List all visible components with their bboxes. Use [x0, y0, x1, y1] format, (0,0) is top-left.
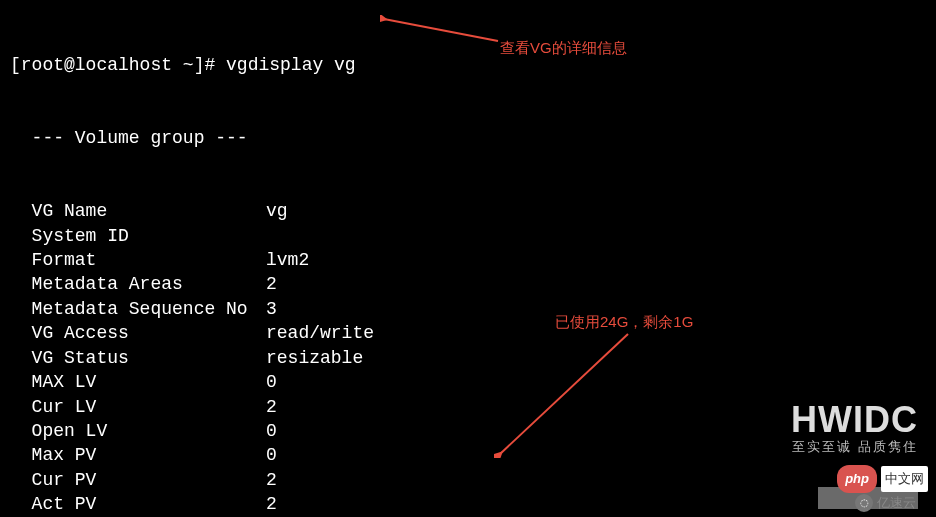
output-row: Formatlvm2 [10, 248, 926, 272]
row-label: Metadata Areas [10, 272, 266, 296]
output-row: MAX LV0 [10, 370, 926, 394]
row-label: VG Status [10, 346, 266, 370]
row-value: read/write [266, 323, 374, 343]
prompt-line: [root@localhost ~]# vgdisplay vg [10, 53, 926, 77]
output-row: Max PV0 [10, 443, 926, 467]
output-row: Metadata Areas2 [10, 272, 926, 296]
section-header: --- Volume group --- [10, 126, 926, 150]
output-row: Cur PV2 [10, 468, 926, 492]
row-label: System ID [10, 224, 266, 248]
row-value: vg [266, 201, 288, 221]
output-row: Open LV0 [10, 419, 926, 443]
output-row: VG Accessread/write [10, 321, 926, 345]
annotation-bottom: 已使用24G，剩余1G [555, 310, 693, 334]
row-label: Metadata Sequence No [10, 297, 266, 321]
row-label: Act PV [10, 492, 266, 516]
row-label: Open LV [10, 419, 266, 443]
prompt-userhost: [root@localhost ~]# [10, 55, 215, 75]
output-row: Metadata Sequence No3 [10, 297, 926, 321]
row-value: 0 [266, 445, 277, 465]
row-label: VG Name [10, 199, 266, 223]
row-value: 0 [266, 421, 277, 441]
row-label: Cur PV [10, 468, 266, 492]
output-row: Cur LV2 [10, 395, 926, 419]
row-value: resizable [266, 348, 363, 368]
row-value: 2 [266, 397, 277, 417]
annotation-top: 查看VG的详细信息 [500, 36, 627, 60]
row-value: 3 [266, 299, 277, 319]
output-row: VG Statusresizable [10, 346, 926, 370]
output-row: System ID [10, 224, 926, 248]
row-label: Cur LV [10, 395, 266, 419]
row-value: 0 [266, 372, 277, 392]
row-label: MAX LV [10, 370, 266, 394]
row-label: Max PV [10, 443, 266, 467]
row-label: Format [10, 248, 266, 272]
output-row: VG Namevg [10, 199, 926, 223]
terminal-output: [root@localhost ~]# vgdisplay vg --- Vol… [0, 0, 936, 517]
row-value: 2 [266, 470, 277, 490]
row-value: 2 [266, 274, 277, 294]
row-label: VG Access [10, 321, 266, 345]
row-value: lvm2 [266, 250, 309, 270]
output-row: Act PV2 [10, 492, 926, 516]
prompt-command: vgdisplay vg [226, 55, 356, 75]
row-value: 2 [266, 494, 277, 514]
redaction-bar [818, 487, 918, 509]
